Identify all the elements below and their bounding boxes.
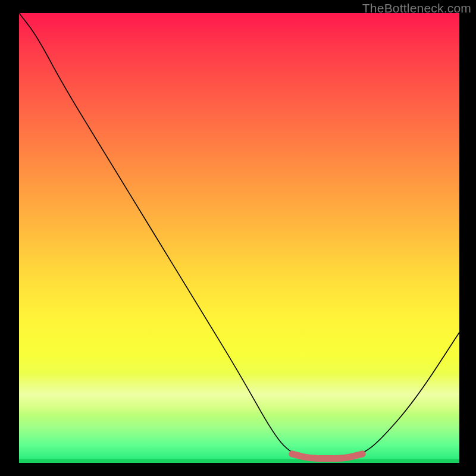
attribution-text: TheBottleneck.com — [362, 1, 471, 15]
chart-plot-area — [19, 13, 459, 463]
chart-frame: TheBottleneck.com — [0, 0, 476, 476]
